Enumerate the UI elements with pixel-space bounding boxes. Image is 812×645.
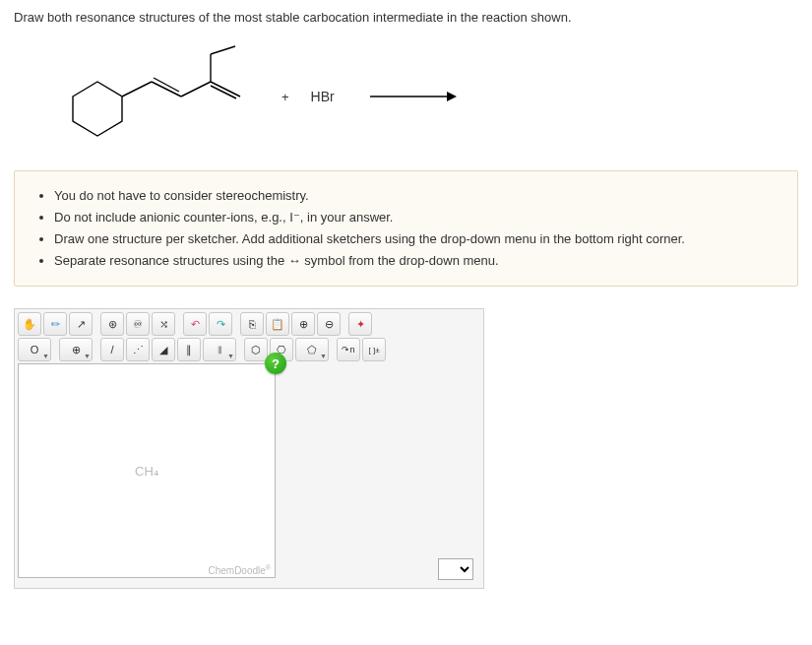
instruction-item: You do not have to consider stereochemis… bbox=[54, 185, 780, 207]
flip-tool-icon[interactable]: ⤭ bbox=[152, 312, 175, 336]
svg-marker-0 bbox=[73, 82, 122, 136]
ring-picker[interactable]: ⬠▼ bbox=[295, 338, 329, 361]
add-sketcher-dropdown[interactable] bbox=[438, 558, 473, 580]
reactant-structure bbox=[53, 42, 260, 151]
hand-tool-icon[interactable]: ✋ bbox=[18, 312, 41, 336]
dashed-bond-icon[interactable]: ⋰ bbox=[126, 338, 150, 361]
question-prompt: Draw both resonance structures of the mo… bbox=[14, 10, 798, 25]
cyclohexane-ring-icon[interactable]: ⬡ bbox=[244, 338, 268, 361]
undo-icon[interactable]: ↶ bbox=[183, 312, 207, 336]
canvas-placeholder: CH₄ bbox=[135, 464, 158, 479]
chemdoodle-brand: ChemDoodle® bbox=[208, 564, 271, 576]
drawing-canvas[interactable]: ? CH₄ ChemDoodle® bbox=[18, 363, 276, 578]
redo-icon[interactable]: ↷ bbox=[209, 312, 232, 336]
reagent-hbr: HBr bbox=[311, 89, 335, 104]
curved-arrow-icon[interactable]: ↷n bbox=[337, 338, 360, 361]
atom-picker[interactable]: O▼ bbox=[18, 338, 51, 361]
zoom-out-icon[interactable]: ⊖ bbox=[317, 312, 341, 336]
help-icon[interactable]: ? bbox=[265, 353, 286, 374]
svg-marker-10 bbox=[447, 92, 457, 101]
double-bond-icon[interactable]: ∥ bbox=[177, 338, 201, 361]
add-sketcher-select[interactable] bbox=[438, 558, 473, 580]
center-tool-icon[interactable]: ⊛ bbox=[100, 312, 124, 336]
wedge-bond-icon[interactable]: ◢ bbox=[152, 338, 175, 361]
paste-icon[interactable]: 📋 bbox=[266, 312, 289, 336]
plus-sign: + bbox=[281, 90, 289, 104]
zoom-in-icon[interactable]: ⊕ bbox=[291, 312, 315, 336]
bracket-icon[interactable]: [ ]± bbox=[362, 338, 386, 361]
svg-line-5 bbox=[211, 82, 240, 97]
chem-sketcher: ✋ ✏ ↗ ⊛ ♾ ⤭ ↶ ↷ ⎘ 📋 ⊕ ⊖ ✦ O▼ ⊕▼ / ⋰ ◢ ∥ … bbox=[14, 308, 484, 589]
reaction-arrow-icon bbox=[368, 87, 457, 106]
copy-icon[interactable]: ⎘ bbox=[240, 312, 264, 336]
lasso-tool-icon[interactable]: ↗ bbox=[69, 312, 93, 336]
svg-line-4 bbox=[181, 82, 211, 97]
erase-tool-icon[interactable]: ✏ bbox=[43, 312, 67, 336]
toolbar-row-1: ✋ ✏ ↗ ⊛ ♾ ⤭ ↶ ↷ ⎘ 📋 ⊕ ⊖ ✦ bbox=[18, 312, 480, 336]
clean-tool-icon[interactable]: ♾ bbox=[126, 312, 150, 336]
svg-line-1 bbox=[122, 82, 152, 97]
reaction-scheme: + HBr bbox=[53, 42, 798, 151]
svg-line-8 bbox=[211, 46, 235, 54]
instruction-item: Do not include anionic counter-ions, e.g… bbox=[54, 207, 780, 228]
instruction-box: You do not have to consider stereochemis… bbox=[14, 170, 798, 287]
search-templates-icon[interactable]: ✦ bbox=[348, 312, 372, 336]
charge-picker[interactable]: ⊕▼ bbox=[59, 338, 93, 361]
instruction-item: Separate resonance structures using the … bbox=[54, 250, 780, 272]
toolbar-row-2: O▼ ⊕▼ / ⋰ ◢ ∥ ⫴▼ ⬡ ⎔ ⬠▼ ↷n [ ]± bbox=[18, 338, 480, 361]
single-bond-icon[interactable]: / bbox=[100, 338, 124, 361]
instruction-item: Draw one structure per sketcher. Add add… bbox=[54, 228, 780, 250]
triple-bond-picker[interactable]: ⫴▼ bbox=[203, 338, 236, 361]
